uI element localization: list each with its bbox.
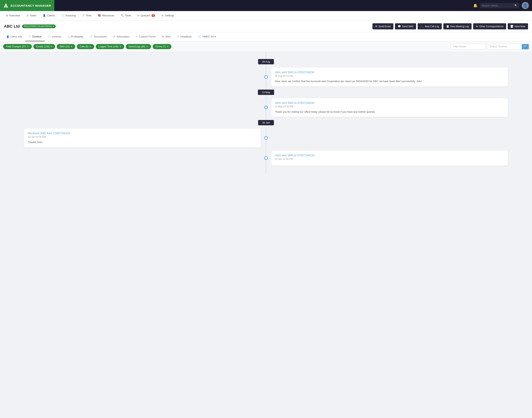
date-marker-jan: 30 Jan [3, 120, 529, 125]
timeline-dot [264, 156, 268, 160]
tab-custom-forms[interactable]: ✏ Custom Forms [132, 32, 159, 41]
correspondence-icon: ✉ [476, 25, 478, 28]
tab-deadlines[interactable]: ⏱ Deadlines [174, 32, 195, 41]
timeline-entry-may-1: John sent SMS to 07837234234 13 May 10:4… [3, 98, 529, 117]
resources-icon: 📚 [98, 14, 101, 17]
new-meeting-log-button[interactable]: 📋 New Meeting Log [443, 23, 472, 29]
card-time: 28 Aug 01:23 PM [275, 75, 504, 77]
search-icon: 🔍 [514, 4, 517, 7]
meeting-log-icon: 📋 [446, 25, 449, 28]
queued-badge: 5 [152, 14, 155, 17]
card-title: John sent SMS to 07837234234 [275, 101, 504, 104]
other-correspondence-button[interactable]: ✉ Other Correspondence [473, 23, 506, 29]
timeline-card-jan-1: Received SMS from 07837234234 30 Jan 02:… [24, 128, 261, 147]
card-time: 13 May 10:44 PM [275, 105, 504, 108]
settings-icon: ⚙ [161, 14, 164, 17]
date-badge-may: 13 May [258, 90, 274, 95]
global-search[interactable]: 🔍 [480, 3, 519, 8]
refresh-icon-calls: ↻ [90, 45, 91, 48]
card-time: 30 Jan 12:16 PM [275, 158, 504, 161]
tab-timeline[interactable]: ⏱ Timeline [25, 32, 45, 41]
nav-resources[interactable]: 📚 Resources [95, 12, 117, 20]
filter-logged-time[interactable]: Logged Time (149) ↻ [96, 44, 124, 49]
timeline-entry-jan-1: Received SMS from 07837234234 30 Jan 02:… [3, 128, 529, 147]
search-timeline-button[interactable]: 🔍 [522, 44, 529, 49]
tab-automation[interactable]: ✉ Automation [110, 32, 132, 41]
tab-risk[interactable]: 🏛 Risk [159, 32, 174, 41]
tab-hmrc[interactable]: 📄 HMRC 64-8 [195, 32, 219, 41]
new-note-button[interactable]: 📝 New Note [508, 23, 528, 29]
search-timeline-input[interactable] [487, 44, 522, 49]
main-nav: ⊞ Overview ☰ Tasks 👤 Clients 📄 Invoicing… [0, 11, 532, 21]
filter-field-changes[interactable]: Field Changes (57) ↻ [3, 44, 32, 49]
refresh-icon-logged-time: ↻ [120, 45, 121, 48]
tools-icon: 🔧 [121, 14, 124, 17]
clients-icon: 👤 [43, 14, 46, 17]
documents-tab-icon: 📄 [90, 35, 93, 38]
custom-forms-tab-icon: ✏ [136, 35, 138, 38]
timeline-content: 28 Aug John sent SMS to 07837234234 28 A… [0, 52, 532, 173]
search-timeline-icon: 🔍 [524, 45, 527, 48]
nav-time[interactable]: ⏱ Time [79, 12, 94, 20]
invoicing-icon: 📄 [61, 14, 64, 17]
nav-invoicing[interactable]: 📄 Invoicing [59, 12, 78, 20]
card-body: Thank you for visiting our office today,… [275, 110, 504, 114]
refresh-icon-emails: ↻ [50, 45, 52, 48]
badge-info-icon[interactable]: ℹ [53, 25, 54, 28]
filter-calls[interactable]: Calls (6) ↻ [77, 44, 94, 49]
tab-client-info[interactable]: 👤 Client Info [3, 32, 25, 41]
logo-icon [3, 3, 9, 8]
timeline-dot [264, 136, 268, 140]
filter-sms[interactable]: SMS (22) ↻ [57, 44, 75, 49]
risk-tab-icon: 🏛 [162, 35, 164, 38]
tab-documents[interactable]: 📄 Documents [86, 32, 110, 41]
hmrc-tab-icon: 📄 [198, 35, 201, 38]
card-body: Thanks John [28, 140, 257, 144]
client-portal-badge: REGISTERED ON AM PORTAL ℹ [22, 24, 56, 28]
refresh-icon-notes-logs: ↻ [147, 45, 148, 48]
card-title: John sent SMS to 07837234234 [275, 71, 504, 74]
send-email-button[interactable]: ✉ Send Email [372, 23, 393, 29]
timeline-card-jan-2: John sent SMS to 07837234234 30 Jan 12:1… [271, 151, 508, 166]
overview-icon: ⊞ [6, 14, 8, 17]
top-bar: ACCOUNTANCY MANAGER 🔔 🔍 👤 [0, 0, 532, 11]
timeline-area: 28 Aug John sent SMS to 07837234234 28 A… [0, 52, 532, 173]
timeline-tab-icon: ⏱ [28, 35, 31, 38]
timeline-card-aug-1: John sent SMS to 07837234234 28 Aug 01:2… [271, 68, 508, 86]
filter-month-input[interactable] [451, 44, 485, 49]
send-sms-icon: 💬 [398, 25, 401, 28]
new-call-log-button[interactable]: 📞 New Call Log [418, 23, 442, 29]
nav-tools[interactable]: 🔧 Tools [118, 12, 134, 20]
filter-notes-logs[interactable]: Notes/Logs (48) ↻ [126, 44, 151, 49]
date-badge-jan: 30 Jan [258, 120, 274, 125]
avatar[interactable]: 👤 [522, 2, 529, 9]
client-name: ABC Ltd [4, 24, 20, 29]
timeline-dot [264, 75, 268, 79]
search-input[interactable] [482, 4, 513, 7]
client-info-tab-icon: 👤 [6, 35, 9, 38]
send-email-icon: ✉ [375, 25, 377, 28]
profitability-tab-icon: ◎ [68, 35, 70, 38]
send-sms-button[interactable]: 💬 Send SMS [395, 23, 416, 29]
date-marker-may: 13 May [3, 90, 529, 95]
tab-invoices[interactable]: 📄 Invoices [45, 32, 65, 41]
filter-forms[interactable]: Forms (7) ↻ [153, 44, 171, 49]
nav-settings[interactable]: ⚙ Settings [159, 12, 177, 20]
nav-queued[interactable]: ✉ Queued 5 [134, 12, 158, 20]
filter-bar: Field Changes (57) ↻ Emails (128) ↻ SMS … [0, 41, 532, 52]
timeline-entry-aug-1: John sent SMS to 07837234234 28 Aug 01:2… [3, 68, 529, 86]
nav-clients[interactable]: 👤 Clients [40, 12, 58, 20]
nav-overview[interactable]: ⊞ Overview [3, 12, 23, 20]
tab-profitability[interactable]: ◎ Profitability [65, 32, 87, 41]
timeline-entry-jan-2: John sent SMS to 07837234234 30 Jan 12:1… [3, 151, 529, 166]
client-header: ABC Ltd REGISTERED ON AM PORTAL ℹ ✉ Send… [0, 21, 532, 32]
notifications-icon[interactable]: 🔔 [473, 3, 477, 8]
refresh-icon-forms: ↻ [167, 45, 169, 48]
timeline-card-may-1: John sent SMS to 07837234234 13 May 10:4… [271, 98, 508, 117]
filter-emails[interactable]: Emails (128) ↻ [33, 44, 55, 49]
note-icon: 📝 [510, 25, 514, 28]
card-title: John sent SMS to 07837234234 [275, 154, 504, 157]
app-name: ACCOUNTANCY MANAGER [10, 4, 51, 7]
nav-tasks[interactable]: ☰ Tasks [24, 12, 39, 20]
automation-tab-icon: ✉ [113, 35, 115, 38]
